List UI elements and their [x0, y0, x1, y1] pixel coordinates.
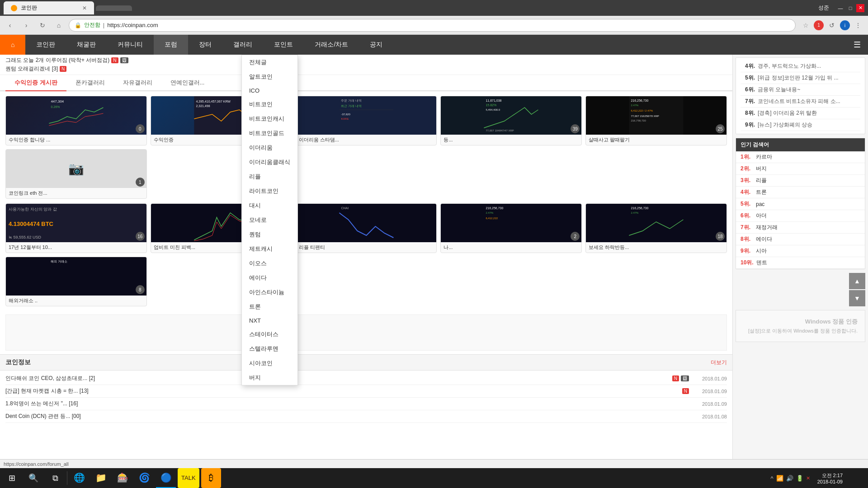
nav-point[interactable]: 포인트 — [263, 35, 304, 55]
rank-label-7[interactable]: 코인네스트 비트1소유자 피해 소... — [758, 98, 856, 105]
coin-info-item-4[interactable]: Dent Coin (DCN) 관련 등... [00] 2018.01.08 — [5, 410, 727, 423]
pop-label-5[interactable]: pac — [756, 201, 764, 207]
nav-gallery[interactable]: 갤러리 — [222, 35, 263, 55]
dropdown-item-nxt[interactable]: NXT — [242, 314, 297, 327]
nav-forum[interactable]: 포럼 — [154, 35, 188, 55]
gallery-item-4[interactable]: 11,671,038 15.82% 5,454,400.0 77,007 104… — [440, 96, 582, 145]
dropdown-item-trx[interactable]: 트론 — [242, 300, 297, 314]
gallery-item-5[interactable]: 216,256,730 2.47% 6,412,222 / 2.47% 77,0… — [585, 96, 727, 145]
dropdown-item-ico[interactable]: ICO — [242, 84, 297, 97]
pop-label-1[interactable]: 카르마 — [756, 153, 772, 161]
tab-close-button[interactable]: ✕ — [82, 5, 87, 11]
gallery-item-11[interactable]: 216,256,730 2.47% 18 보세요 하락반등... — [585, 203, 727, 253]
tray-battery[interactable]: 🔋 — [796, 475, 803, 482]
tray-arrow[interactable]: ^ — [771, 475, 774, 482]
coin-info-item-2[interactable]: [간급] 현재 마켓캡 시총 = 한... [13] N 2018.01.09 — [5, 385, 727, 398]
dropdown-item-sia[interactable]: 시아코인 — [242, 356, 297, 371]
tab-free-gallery[interactable]: 자유갤러리 — [114, 75, 161, 91]
dropdown-item-btg[interactable]: 비트코인골드 — [242, 126, 297, 141]
pop-label-9[interactable]: 시아 — [756, 247, 767, 255]
rank-label-5[interactable]: [위급 정보]코인판 12월 가입 뒤 ... — [758, 74, 856, 82]
notification-badge[interactable]: 1 — [814, 20, 824, 30]
dropdown-item-eth[interactable]: 이더리움 — [242, 141, 297, 155]
nav-notice[interactable]: 공지 — [359, 35, 393, 55]
coin-info-item-1[interactable]: 인다해쉬 코인 CEO, 삼성초대로... [2] N 🖼 2018.01.09 — [5, 372, 727, 385]
dropdown-item-ada[interactable]: 에이다 — [242, 271, 297, 285]
info-button[interactable]: i — [840, 20, 850, 30]
dropdown-item-eos[interactable]: 이오스 — [242, 256, 297, 271]
dropdown-item-dash[interactable]: 대시 — [242, 198, 297, 213]
tray-x[interactable]: ✕ — [806, 475, 810, 481]
tab-phone-gallery[interactable]: 폰카갤러리 — [66, 75, 114, 91]
minimize-button[interactable]: — — [836, 4, 844, 12]
rank-label-4[interactable]: 경주, 부드럭으노 가상화... — [758, 62, 856, 70]
dropdown-item-all[interactable]: 전체글 — [242, 55, 297, 70]
tab-profit[interactable]: 수익인증 게시판 — [5, 75, 66, 91]
taskbar-explorer[interactable]: 📁 — [91, 468, 111, 488]
dropdown-item-xrp[interactable]: 리플 — [242, 169, 297, 184]
dropdown-item-bch[interactable]: 비트코인캐시 — [242, 112, 297, 126]
pop-label-3[interactable]: 리플 — [756, 177, 767, 184]
dropdown-item-xlm[interactable]: 스텔라루멘 — [242, 342, 297, 356]
back-button[interactable]: ‹ — [4, 19, 16, 32]
start-button[interactable]: ⊞ — [2, 468, 22, 488]
nav-market[interactable]: 장터 — [188, 35, 222, 55]
url-bar[interactable]: 🔒 안전함 | https://coinpan.com — [69, 19, 796, 32]
gallery-item-12[interactable]: 해외 거래소 8 해외거래소 .. — [5, 257, 147, 306]
dropdown-item-zec[interactable]: 제트캐시 — [242, 242, 297, 256]
pop-label-8[interactable]: 에이다 — [756, 235, 772, 243]
taskbar-kakao[interactable]: TALK — [178, 468, 199, 488]
dropdown-item-xmr[interactable]: 모네로 — [242, 213, 297, 227]
nav-coinpan[interactable]: 코인판 — [25, 35, 66, 55]
rank-label-8[interactable]: [경축] 이더리움 2위 탈환 — [758, 109, 856, 117]
coin-info-item-3[interactable]: 1.8억명이 쓰는 메신저 "... [16] 2018.01.09 — [5, 398, 727, 410]
taskbar-chrome[interactable]: 🌀 — [134, 468, 154, 488]
nav-home[interactable]: ⌂ — [0, 35, 25, 55]
gallery-item-6[interactable]: 📷 1 코인링크 eth 전... — [5, 149, 147, 199]
pop-label-6[interactable]: 아더 — [756, 212, 767, 220]
tray-network[interactable]: 📶 — [776, 475, 783, 482]
home-button[interactable]: ⌂ — [52, 19, 65, 32]
close-button[interactable]: ✕ — [856, 4, 864, 12]
forward-button[interactable]: › — [20, 19, 33, 32]
more-button[interactable]: ⋮ — [852, 19, 864, 32]
rank-label-9[interactable]: [뉴스] 가상화폐의 상승 — [758, 121, 856, 129]
nav-exchange[interactable]: 거래소/차트 — [304, 35, 359, 55]
rank-label-6[interactable]: 금융위 오늘내용~ — [758, 86, 856, 94]
dropdown-item-steem[interactable]: 스테이터스 — [242, 327, 297, 342]
coin-info-more[interactable]: 더보기 — [711, 359, 727, 366]
pop-label-4[interactable]: 트론 — [756, 188, 767, 196]
dropdown-item-xvg[interactable]: 버지 — [242, 371, 297, 385]
taskbar-coin[interactable]: ₿ — [201, 468, 221, 488]
gallery-item-7[interactable]: 사용가능한 자산의 양과 값 4.13004474 BTC ≒ 59,555.6… — [5, 203, 147, 253]
refresh-button[interactable]: ↻ — [36, 19, 49, 32]
tray-volume[interactable]: 🔊 — [786, 475, 793, 482]
maximize-button[interactable]: □ — [846, 4, 854, 12]
active-tab[interactable]: 코인판 ✕ — [4, 1, 94, 14]
pop-label-2[interactable]: 버지 — [756, 165, 767, 173]
dropdown-item-etc[interactable]: 이더리움클래식 — [242, 155, 297, 169]
nav-hamburger-menu[interactable]: ☰ — [846, 35, 868, 55]
pop-label-7[interactable]: 재정거래 — [756, 224, 778, 231]
gallery-item-10[interactable]: 216,256,730 2.47% 6,412,222 2 나... — [440, 203, 582, 253]
nav-mining[interactable]: 채굴판 — [66, 35, 107, 55]
dropdown-item-qtum[interactable]: 퀀텀 — [242, 227, 297, 242]
search-button[interactable]: 🔍 — [24, 468, 43, 488]
reload-button[interactable]: ↺ — [826, 19, 838, 32]
task-view-button[interactable]: ⧉ — [45, 468, 65, 488]
taskbar-ie[interactable]: 🔵 — [156, 468, 176, 488]
dropdown-item-ltc[interactable]: 라이트코인 — [242, 184, 297, 198]
dropdown-item-altcoin[interactable]: 알트코인 — [242, 70, 297, 84]
dropdown-item-sc[interactable]: 아인스타이늄 — [242, 285, 297, 300]
dropdown-item-btc[interactable]: 비트코인 — [242, 97, 297, 112]
pop-label-10[interactable]: 덴트 — [756, 259, 767, 267]
scroll-down-button[interactable]: ▼ — [849, 290, 865, 306]
gallery-item-3[interactable]: 주문 거래 내역 최근 거래 내역 -37,620 KORE 이더리움 스타댐.… — [296, 96, 437, 145]
inactive-tab[interactable] — [96, 5, 132, 11]
taskbar-app-3[interactable]: 🎰 — [113, 468, 132, 488]
bookmark-button[interactable]: ☆ — [799, 19, 812, 32]
tab-celeb-gallery[interactable]: 연예인갤러... — [161, 75, 214, 91]
taskbar-edge[interactable]: 🌐 — [69, 468, 89, 488]
show-desktop-button[interactable] — [850, 468, 866, 488]
gallery-item-1[interactable]: 447,304 0.26% 0 수익인증 합니당 ... — [5, 96, 147, 145]
